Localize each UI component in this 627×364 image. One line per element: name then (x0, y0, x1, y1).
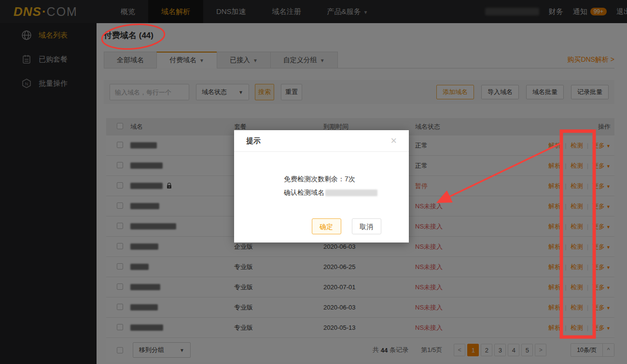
modal-header: 提示 × (234, 130, 409, 152)
modal-buttons: 确定 取消 (284, 218, 409, 234)
app-window: DNS · COM 概览域名解析DNS加速域名注册产品&服务▼ 财务 通知 99… (0, 0, 627, 364)
confirm-detect-modal: 提示 × 免费检测次数剩余：7次 确认检测域名 确定 取消 (234, 130, 409, 243)
modal-title: 提示 (246, 136, 261, 146)
domain-redacted (325, 189, 377, 196)
cancel-button[interactable]: 取消 (352, 218, 381, 234)
modal-confirm-prefix: 确认检测域名 (284, 189, 324, 196)
modal-line-remaining: 免费检测次数剩余：7次 (284, 172, 409, 186)
close-icon[interactable]: × (390, 135, 397, 146)
modal-line-confirm: 确认检测域名 (284, 186, 409, 199)
confirm-button[interactable]: 确定 (312, 218, 341, 234)
modal-body: 免费检测次数剩余：7次 确认检测域名 确定 取消 (234, 152, 409, 234)
